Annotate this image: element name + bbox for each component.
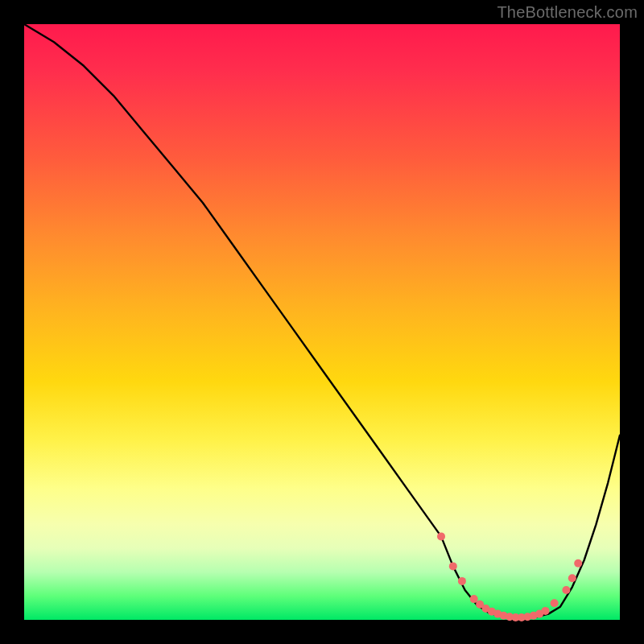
highlight-dot <box>458 577 466 585</box>
bottleneck-curve <box>24 24 620 618</box>
highlight-dot <box>551 599 559 607</box>
highlight-dot <box>437 532 445 540</box>
highlight-dot <box>568 574 576 582</box>
plot-area <box>24 24 620 620</box>
highlight-dot <box>542 607 550 615</box>
watermark-text: TheBottleneck.com <box>497 3 638 22</box>
highlight-dot <box>449 562 457 570</box>
highlight-dot <box>562 586 570 594</box>
curve-layer <box>24 24 620 620</box>
highlight-dot <box>574 559 582 568</box>
highlight-dot <box>470 595 478 603</box>
chart-frame: TheBottleneck.com <box>0 0 644 644</box>
